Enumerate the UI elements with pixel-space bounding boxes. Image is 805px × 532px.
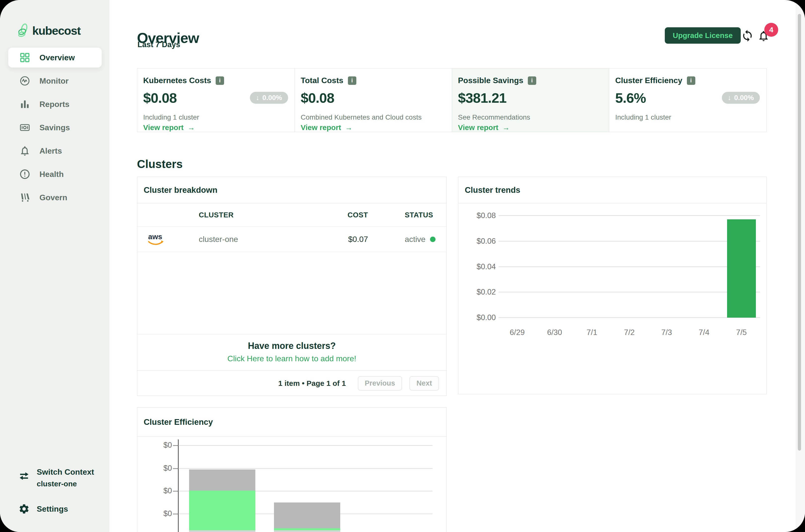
stat-card-title: Kubernetes Costs: [143, 76, 211, 85]
cluster-trends-chart: $0.08$0.06$0.04$0.02$0.006/296/307/17/27…: [458, 203, 766, 394]
x-axis-tick: 7/4: [684, 328, 724, 337]
refresh-button[interactable]: [741, 29, 754, 42]
trend-bar-7-5[interactable]: [727, 220, 756, 318]
efficiency-bar-segment-light-base[interactable]: [274, 530, 340, 532]
stat-card-value: $381.21: [458, 90, 506, 106]
kubecost-app-window: kubecost OverviewMonitorReportsSavingsAl…: [0, 0, 805, 532]
logo-text: kubecost: [32, 24, 80, 37]
efficiency-bar-segment-gray-top[interactable]: [189, 470, 255, 491]
gridline: [499, 266, 760, 267]
arrow-right-icon: →: [502, 123, 510, 132]
current-context: cluster-one: [37, 480, 94, 488]
gridline: [178, 468, 433, 469]
stat-card-possible-savings: Possible Savingsi$381.21See Recommendati…: [452, 69, 609, 132]
notification-count-badge: 4: [764, 23, 778, 37]
info-icon[interactable]: i: [528, 76, 536, 85]
arrow-right-icon: →: [345, 123, 352, 132]
y-axis-tick-mark: [173, 468, 178, 469]
clusters-section-heading: Clusters: [137, 157, 183, 171]
switch-context-label: Switch Context: [37, 468, 94, 477]
view-report-link[interactable]: View report→: [458, 123, 603, 132]
info-icon[interactable]: i: [216, 76, 224, 85]
next-page-button[interactable]: Next: [409, 376, 439, 391]
x-axis-tick: 7/1: [572, 328, 612, 337]
delta-value: 0.00%: [734, 94, 754, 102]
efficiency-bar-segment-gray-top[interactable]: [274, 502, 340, 528]
sidebar-item-overview[interactable]: Overview: [8, 48, 102, 68]
view-report-link[interactable]: View report→: [301, 123, 445, 132]
sidebar-item-alerts[interactable]: Alerts: [8, 141, 102, 161]
reports-icon: [19, 98, 31, 110]
efficiency-bar-segment-green[interactable]: [274, 528, 340, 530]
stat-card-note: Combined Kubernetes and Cloud costs: [301, 113, 445, 121]
down-arrow-icon: ↓: [728, 94, 731, 102]
sidebar-nav: OverviewMonitorReportsSavingsAlertsHealt…: [8, 48, 102, 211]
y-axis-tick-mark: [173, 491, 178, 492]
scrollbar-thumb[interactable]: [798, 14, 801, 451]
date-range-label: Last 7 Days: [137, 40, 180, 49]
column-header-cost: COST: [347, 211, 368, 219]
view-report-label: View report: [301, 123, 341, 132]
switch-arrows-icon: [18, 471, 30, 482]
view-report-label: View report: [143, 123, 184, 132]
view-report-link[interactable]: View report→: [143, 123, 288, 132]
sidebar-item-health[interactable]: Health: [8, 164, 102, 184]
y-axis-tick-mark: [173, 445, 178, 446]
gridline: [178, 445, 433, 445]
cluster-breakdown-title: Cluster breakdown: [144, 185, 217, 195]
y-axis-tick: $0.04: [458, 262, 496, 271]
sidebar-item-monitor[interactable]: Monitor: [8, 71, 102, 91]
y-axis-tick: $0: [137, 486, 172, 495]
x-axis-tick: 6/29: [497, 328, 537, 337]
cluster-status: active: [405, 235, 436, 244]
table-row[interactable]: aws cluster-one $0.07 active: [137, 227, 446, 252]
refresh-icon: [741, 29, 754, 42]
down-arrow-icon: ↓: [256, 94, 259, 102]
table-header: CLUSTER COST STATUS: [137, 203, 446, 227]
previous-page-button[interactable]: Previous: [358, 376, 402, 391]
y-axis-tick: $0: [137, 441, 172, 450]
monitor-icon: [19, 75, 31, 87]
sidebar-item-label: Health: [39, 170, 64, 179]
x-axis-tick: 7/3: [647, 328, 687, 337]
delta-value: 0.00%: [262, 94, 282, 102]
cluster-breakdown-card: Cluster breakdown CLUSTER COST STATUS aw…: [137, 177, 447, 396]
column-header-status: STATUS: [405, 211, 433, 219]
kubecost-logo[interactable]: kubecost: [18, 23, 80, 38]
efficiency-bar-segment-light-base[interactable]: [189, 530, 255, 532]
delta-pill: ↓0.00%: [722, 92, 760, 104]
stat-card-value: 5.6%: [615, 90, 646, 106]
info-icon[interactable]: i: [687, 76, 695, 85]
grid-icon: [19, 52, 31, 63]
cluster-trends-title: Cluster trends: [465, 185, 520, 195]
gridline: [499, 317, 760, 318]
stat-card-value: $0.08: [301, 90, 334, 106]
cluster-trends-card: Cluster trends $0.08$0.06$0.04$0.02$0.00…: [458, 177, 767, 394]
sidebar-item-govern[interactable]: Govern: [8, 188, 102, 207]
pagination-summary: 1 item • Page 1 of 1: [278, 379, 346, 387]
y-axis-tick: $0: [137, 464, 172, 473]
stat-card-note: See Recommendations: [458, 113, 603, 121]
sidebar-item-reports[interactable]: Reports: [8, 94, 102, 114]
add-clusters-link[interactable]: Click Here to learn how to add more!: [137, 354, 446, 363]
upgrade-license-button[interactable]: Upgrade License: [665, 27, 741, 44]
cluster-name: cluster-one: [199, 235, 238, 244]
status-text: active: [405, 235, 426, 244]
y-axis-tick: $0.08: [458, 211, 496, 220]
sidebar-item-savings[interactable]: Savings: [8, 118, 102, 137]
more-clusters-title: Have more clusters?: [137, 341, 446, 351]
gridline: [499, 215, 760, 216]
info-icon[interactable]: i: [348, 76, 356, 85]
x-axis-tick: 7/5: [722, 328, 761, 337]
stat-card-title: Possible Savings: [458, 76, 523, 85]
sidebar: kubecost OverviewMonitorReportsSavingsAl…: [0, 0, 110, 532]
switch-context[interactable]: Switch Context cluster-one: [18, 468, 94, 488]
stat-card-note: Including 1 cluster: [143, 113, 288, 121]
sidebar-item-settings[interactable]: Settings: [18, 503, 68, 515]
x-axis-tick: 6/30: [535, 328, 574, 337]
y-axis-line: [178, 439, 179, 532]
efficiency-bar-segment-green[interactable]: [189, 491, 255, 530]
stat-card-title: Total Costs: [301, 76, 343, 85]
sidebar-item-label: Alerts: [39, 146, 62, 156]
gear-icon: [18, 503, 30, 515]
